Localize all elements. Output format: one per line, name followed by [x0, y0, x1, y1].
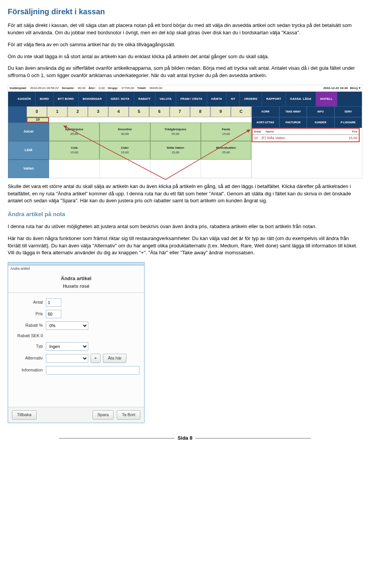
- digit-clear-button[interactable]: C: [231, 106, 251, 117]
- func-button[interactable]: FAKTUROR: [279, 117, 307, 128]
- product-button[interactable]: Apelsinjuice25,00: [49, 123, 99, 141]
- product-button[interactable]: Cola15,00: [49, 141, 99, 160]
- order-price: 15,00: [348, 136, 357, 141]
- product-price: 15,00: [172, 150, 179, 155]
- page-number: Sida 8: [178, 435, 192, 441]
- delete-button[interactable]: Ta Bort: [117, 410, 140, 420]
- nav-button[interactable]: RABATT: [134, 92, 155, 106]
- product-button[interactable]: Smoothie30,00: [99, 123, 150, 141]
- paragraph: För att sälja direkt i kassan, det vill …: [8, 22, 362, 37]
- back-button[interactable]: Tillbaka: [12, 410, 37, 420]
- nav-button[interactable]: VALUTA: [155, 92, 176, 106]
- rabattsek-label: Rabatt SEK 0: [17, 333, 43, 339]
- nav-button[interactable]: FRAM / VÄNTA: [176, 92, 207, 106]
- product-name: Fanta: [222, 127, 230, 132]
- col-head: Pris: [352, 129, 357, 134]
- label: Grupp:: [108, 86, 118, 91]
- product-price: 15,00: [71, 150, 78, 155]
- paragraph: Här har du även några funktioner som frä…: [8, 235, 362, 257]
- nav-button[interactable]: BOKNINGAR: [79, 92, 106, 106]
- col-head: Antal: [254, 129, 261, 134]
- product-name: Trädgårdsjuice: [165, 127, 187, 132]
- nav-button[interactable]: HÄMTA: [207, 92, 227, 106]
- alternativ-select[interactable]: [46, 354, 88, 363]
- col-head: Namn: [266, 129, 274, 134]
- order-qty: 10: [254, 136, 258, 141]
- product-price: 30,00: [121, 132, 129, 136]
- value: 90,00: [78, 86, 86, 91]
- nav-button[interactable]: NY: [227, 92, 240, 106]
- func-button[interactable]: INFO: [307, 106, 335, 117]
- nav-button[interactable]: KASSÖR: [13, 92, 35, 106]
- product-button[interactable]: Fanta15,00: [201, 123, 251, 141]
- func-button[interactable]: P-LIGGARE: [335, 117, 362, 128]
- label: Totalt:: [137, 86, 146, 91]
- product-name: Cider: [121, 146, 129, 150]
- nav-button[interactable]: ORDERS: [240, 92, 262, 106]
- func-button[interactable]: KORT-UTTAG: [252, 117, 279, 128]
- digit-button[interactable]: 1: [47, 106, 67, 117]
- pos-screenshot: Instämplad:2010-09-01 08:58:22 Senaste:9…: [8, 85, 362, 178]
- information-label: Information: [13, 367, 43, 373]
- page-footer: Sida 8: [8, 435, 362, 442]
- func-button[interactable]: TAKE AWAY: [279, 106, 307, 117]
- func-button[interactable]: KUNDER: [307, 117, 335, 128]
- information-input[interactable]: [46, 366, 140, 375]
- nav-button[interactable]: KASSA- LÅDA: [286, 92, 316, 106]
- paragraph: Du kan även använda dig av sifferfältet …: [8, 65, 362, 79]
- qty-display-row: 10: [8, 117, 251, 123]
- paragraph: För att välja flera av en och samma arti…: [8, 41, 362, 49]
- label: Instämplad:: [10, 86, 27, 91]
- label: Senaste:: [62, 86, 74, 91]
- order-line[interactable]: 10 [F] Stilla Vatten 15,00: [252, 135, 359, 141]
- product-button[interactable]: Trädgårdsjuice25,00: [150, 123, 201, 141]
- value: 36439,00: [150, 86, 162, 91]
- dialog-titlebar: [8, 262, 144, 265]
- digit-button[interactable]: 5: [129, 106, 149, 117]
- dialog-subtitle: Husets rosé: [8, 283, 144, 290]
- order-name: [F] Stilla Vatten: [262, 136, 285, 141]
- plus-button[interactable]: +: [91, 354, 101, 363]
- dialog-window-label: Ändra artikel: [8, 265, 144, 272]
- digit-button[interactable]: 9: [210, 106, 231, 117]
- save-button[interactable]: Spara: [92, 410, 114, 420]
- func-button[interactable]: KORR: [252, 106, 279, 117]
- pris-input[interactable]: [46, 310, 61, 318]
- digit-button[interactable]: 7: [170, 106, 190, 117]
- value: 2010-09-01 08:58:22: [30, 86, 59, 91]
- nav-button[interactable]: RAPPORT: [262, 92, 286, 106]
- menu-dropdown[interactable]: Meny ▾: [350, 86, 360, 91]
- digit-button[interactable]: 3: [88, 106, 108, 117]
- product-button[interactable]: Stilla Vatten15,00: [150, 141, 201, 160]
- qty-display: 10: [27, 117, 49, 123]
- product-button[interactable]: Mineralvatten25,00: [201, 141, 251, 160]
- antal-label: Antal: [13, 299, 43, 306]
- nav-button[interactable]: BORD: [35, 92, 54, 106]
- category-button[interactable]: Juicer: [8, 123, 49, 141]
- rabattpct-select[interactable]: 0%: [46, 321, 88, 330]
- antal-input[interactable]: [46, 298, 61, 307]
- atahar-button[interactable]: Äta här: [103, 354, 126, 363]
- digit-button[interactable]: 0: [27, 106, 47, 117]
- rabattpct-label: Rabatt %: [13, 323, 43, 329]
- digit-button[interactable]: 8: [190, 106, 210, 117]
- nav-button[interactable]: GÄST- NOTA: [106, 92, 134, 106]
- typ-select[interactable]: Ingen: [46, 342, 88, 351]
- nav-button[interactable]: BYT BORD: [54, 92, 79, 106]
- func-button[interactable]: SERV: [335, 106, 362, 117]
- page-title: Försäljning direkt i kassan: [8, 6, 362, 17]
- digit-button[interactable]: 4: [108, 106, 129, 117]
- digit-row: 0 1 2 3 4 5 6 7 8 9 C: [8, 106, 251, 117]
- digit-button[interactable]: 2: [67, 106, 88, 117]
- product-price: 25,00: [222, 150, 230, 155]
- product-price: 25,00: [172, 132, 179, 136]
- digit-button[interactable]: 6: [149, 106, 170, 117]
- nav-button-hotell[interactable]: HOTELL: [316, 92, 337, 106]
- paragraph: Skulle det vara ett större antal du skal…: [8, 183, 362, 205]
- dialog-header: Ändra artikel Husets rosé: [8, 272, 144, 292]
- category-button[interactable]: Vatten: [8, 160, 49, 178]
- pos-status-bar: Instämplad:2010-09-01 08:58:22 Senaste:9…: [8, 85, 362, 92]
- product-button[interactable]: Cider15,00: [99, 141, 150, 160]
- category-button[interactable]: Läsk: [8, 141, 49, 160]
- product-name: Stilla Vatten: [166, 146, 184, 150]
